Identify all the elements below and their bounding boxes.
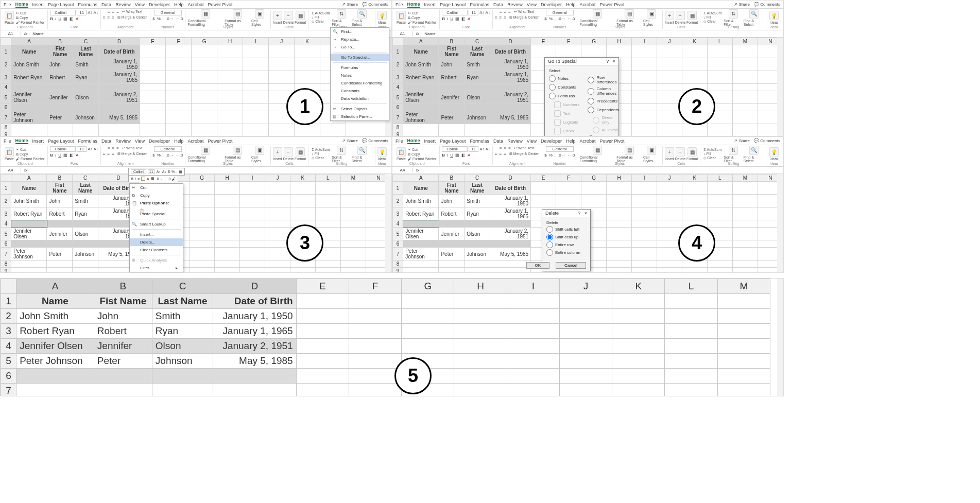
- format-as-table-button[interactable]: ▤Format as Table: [616, 9, 642, 26]
- align-bottom-icon[interactable]: ≡: [508, 10, 511, 14]
- font-color-button[interactable]: A: [468, 153, 470, 158]
- italic-button[interactable]: I: [447, 16, 448, 21]
- increase-decimal-icon[interactable]: .0→: [166, 16, 174, 21]
- font-size-selector[interactable]: 11: [77, 146, 87, 152]
- paste-button[interactable]: 📋Paste: [5, 11, 14, 24]
- align-bottom-icon[interactable]: ≡: [116, 146, 119, 151]
- font-size-selector[interactable]: 11: [469, 10, 478, 15]
- underline-button[interactable]: U: [450, 16, 453, 21]
- tab-powerpivot[interactable]: Power Pivot: [208, 2, 233, 7]
- tab-formulas[interactable]: Formulas: [78, 138, 98, 144]
- radio-notes[interactable]: Notes: [549, 75, 579, 82]
- sort-filter-button[interactable]: ⇅Sort & Filter: [332, 146, 351, 163]
- formula-input[interactable]: Name: [422, 31, 783, 36]
- underline-button[interactable]: U: [450, 153, 453, 158]
- ctx-smart-lookup[interactable]: 🔍Smart Lookup: [130, 220, 183, 228]
- ctx-clear[interactable]: Clear Contents: [130, 246, 183, 254]
- comma-format-icon[interactable]: ,: [163, 153, 164, 158]
- insert-cells-button[interactable]: +Insert: [273, 11, 282, 24]
- align-right-icon[interactable]: ≡: [504, 15, 506, 20]
- tab-data[interactable]: Data: [101, 138, 111, 144]
- format-as-table-button[interactable]: ▤Format as Table: [616, 146, 642, 163]
- ctx-delete[interactable]: Delete...: [130, 238, 183, 246]
- find-select-button[interactable]: 🔍Find & Select: [744, 9, 765, 26]
- tab-file[interactable]: File: [4, 138, 11, 144]
- share-button[interactable]: ↗ Share: [734, 138, 750, 143]
- delete-cells-button[interactable]: −Delete: [675, 147, 685, 161]
- wrap-text-button[interactable]: ↩ Wrap Text: [513, 146, 535, 151]
- menu-select-objects[interactable]: ▭Select Objects: [331, 105, 389, 113]
- insert-cells-button[interactable]: +Insert: [665, 11, 674, 24]
- bold-button[interactable]: B: [50, 16, 53, 21]
- align-right-icon[interactable]: ≡: [504, 152, 506, 157]
- autosum-button[interactable]: Σ AutoSum: [311, 148, 331, 151]
- cell-styles-button[interactable]: ▣Cell Styles: [251, 146, 268, 163]
- align-top-icon[interactable]: ≡: [108, 10, 110, 14]
- dialog-help-icon[interactable]: ?: [578, 211, 580, 216]
- align-left-icon[interactable]: ≡: [103, 15, 106, 20]
- italic-button[interactable]: I: [447, 153, 448, 158]
- decrease-decimal-icon[interactable]: ←.0: [568, 16, 575, 21]
- increase-font-icon[interactable]: A↑: [479, 147, 484, 151]
- increase-font-icon[interactable]: A↑: [88, 147, 92, 151]
- italic-button[interactable]: I: [55, 153, 56, 158]
- menu-cond-formatting[interactable]: Conditional Formatting: [331, 79, 389, 87]
- tab-home[interactable]: Home: [15, 138, 28, 144]
- cell-styles-button[interactable]: ▣Cell Styles: [251, 9, 268, 26]
- align-left-icon[interactable]: ≡: [103, 152, 106, 157]
- fx-icon[interactable]: fx: [413, 168, 422, 172]
- fill-color-button[interactable]: ◧: [461, 16, 466, 21]
- bold-button[interactable]: B: [442, 16, 445, 21]
- dialog-help-icon[interactable]: ?: [606, 59, 609, 64]
- increase-decimal-icon[interactable]: .0→: [558, 16, 565, 21]
- increase-font-icon[interactable]: A↑: [88, 10, 92, 15]
- tab-file[interactable]: File: [4, 2, 11, 7]
- percent-format-icon[interactable]: %: [549, 16, 553, 21]
- cut-button[interactable]: ✂ Cut: [15, 11, 45, 15]
- font-name-selector[interactable]: Calibri: [442, 146, 468, 152]
- number-format-selector[interactable]: General: [546, 146, 574, 152]
- sort-filter-button[interactable]: ⇅Sort & Filter: [724, 146, 743, 163]
- sort-filter-button[interactable]: ⇅Sort & Filter: [724, 9, 743, 26]
- ctx-filter[interactable]: Filter▸: [130, 264, 183, 272]
- align-middle-icon[interactable]: ≡: [504, 10, 507, 14]
- percent-format-icon[interactable]: %: [549, 153, 553, 158]
- format-painter-button[interactable]: 🖌 Format Painter: [15, 21, 45, 24]
- tab-developer[interactable]: Developer: [149, 2, 170, 7]
- tab-insert[interactable]: Insert: [32, 2, 44, 7]
- tab-help[interactable]: Help: [566, 138, 576, 144]
- tab-insert[interactable]: Insert: [424, 138, 436, 144]
- format-painter-button[interactable]: 🖌 Format Painter: [15, 157, 45, 161]
- copy-button[interactable]: ⧉ Copy: [15, 16, 45, 20]
- paste-button[interactable]: 📋Paste: [5, 147, 14, 161]
- dialog-close-icon[interactable]: ×: [584, 211, 587, 216]
- radio-constants[interactable]: Constants: [549, 84, 579, 91]
- tab-formulas[interactable]: Formulas: [470, 138, 490, 144]
- align-center-icon[interactable]: ≡: [500, 152, 502, 157]
- align-top-icon[interactable]: ≡: [500, 146, 502, 151]
- fx-icon[interactable]: fx: [21, 31, 30, 36]
- name-box[interactable]: A4: [1, 168, 21, 172]
- tab-powerpivot[interactable]: Power Pivot: [600, 138, 625, 144]
- align-middle-icon[interactable]: ≡: [504, 146, 507, 151]
- tab-developer[interactable]: Developer: [149, 138, 170, 144]
- number-format-selector[interactable]: General: [154, 10, 182, 15]
- cut-button[interactable]: ✂ Cut: [407, 148, 437, 152]
- autosum-button[interactable]: Σ AutoSum: [311, 11, 331, 15]
- insert-cells-button[interactable]: +Insert: [665, 147, 674, 161]
- find-select-button[interactable]: 🔍Find & Select: [352, 146, 373, 163]
- align-left-icon[interactable]: ≡: [495, 152, 497, 157]
- format-painter-button[interactable]: 🖌 Format Painter: [407, 21, 437, 24]
- format-as-table-button[interactable]: ▤Format as Table: [225, 9, 250, 26]
- fill-color-button[interactable]: ◧: [461, 153, 466, 158]
- comma-format-icon[interactable]: ,: [163, 16, 164, 21]
- percent-format-icon[interactable]: %: [157, 16, 161, 21]
- fill-button[interactable]: ↓ Fill: [311, 152, 331, 155]
- ctx-insert[interactable]: Insert...: [130, 231, 183, 238]
- tab-home[interactable]: Home: [15, 2, 28, 8]
- wrap-text-button[interactable]: ↩ Wrap Text: [513, 10, 535, 14]
- tab-insert[interactable]: Insert: [32, 138, 44, 144]
- menu-goto[interactable]: →Go To...: [331, 43, 389, 51]
- format-cells-button[interactable]: ▦Format: [686, 11, 698, 24]
- clear-button[interactable]: ◇ Clear: [702, 156, 723, 160]
